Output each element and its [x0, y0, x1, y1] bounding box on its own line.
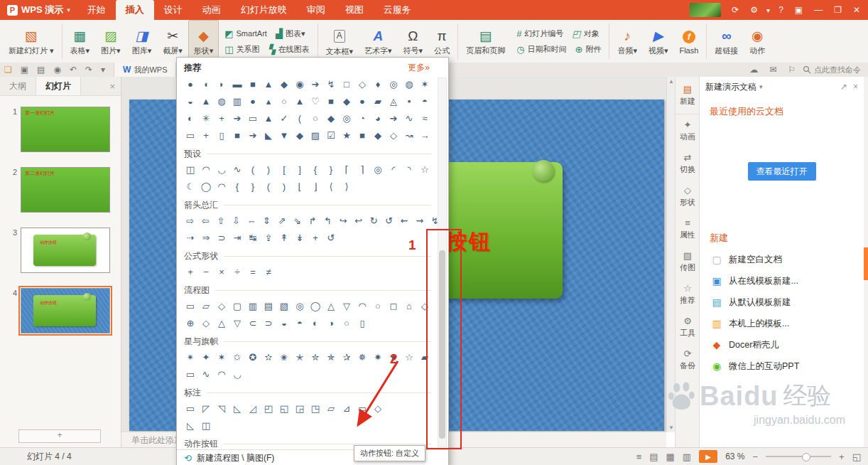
shape-icon[interactable]: ◇: [354, 76, 370, 92]
formula-button[interactable]: π 公式: [428, 20, 455, 63]
shape-icon[interactable]: ✳: [198, 110, 214, 126]
shape-icon[interactable]: ◠: [198, 161, 214, 177]
cloud-icon[interactable]: ☁: [745, 65, 762, 75]
shape-icon[interactable]: ◒: [183, 93, 198, 109]
shape-icon[interactable]: ▪: [401, 93, 417, 109]
shape-icon[interactable]: ➔: [386, 110, 401, 126]
shape-icon[interactable]: ▯: [214, 127, 229, 143]
shape-icon[interactable]: ✫: [261, 349, 276, 365]
tab-view[interactable]: 视图: [335, 0, 374, 20]
shape-icon[interactable]: ↹: [245, 230, 261, 245]
shape-icon[interactable]: △: [323, 298, 339, 314]
slide-thumbnail-4-selected[interactable]: 动作按钮: [21, 288, 110, 333]
table-button[interactable]: ▦ 表格▾: [65, 20, 96, 63]
shape-icon[interactable]: {: [308, 161, 323, 177]
shape-icon[interactable]: ⊃: [261, 315, 276, 331]
shape-icon[interactable]: ✴: [183, 349, 198, 365]
shape-icon[interactable]: (: [261, 178, 276, 194]
shape-icon[interactable]: ■: [354, 127, 370, 143]
sidebar-item-tools[interactable]: ⚙ 工具: [676, 311, 700, 343]
shape-icon[interactable]: ◕: [370, 110, 386, 126]
sidebar-item-recommend[interactable]: ☆ 推荐: [676, 278, 700, 311]
open-icon[interactable]: ❏: [0, 65, 16, 75]
shape-icon[interactable]: ●: [245, 93, 261, 109]
smartart-button[interactable]: ◩ SmartArt: [221, 27, 271, 41]
chevron-down-icon[interactable]: ▾: [97, 65, 109, 75]
shape-icon[interactable]: ■: [323, 93, 339, 109]
shape-icon[interactable]: ▢: [229, 298, 245, 314]
close-icon[interactable]: ×: [853, 82, 858, 92]
shape-icon[interactable]: +: [214, 110, 229, 126]
shape-icon[interactable]: ✶: [417, 76, 433, 92]
shape-icon[interactable]: ÷: [229, 264, 245, 279]
shape-icon[interactable]: [: [276, 161, 292, 177]
sidebar-item-backup[interactable]: ⟳ 备份: [676, 343, 700, 376]
shape-icon[interactable]: ▱: [323, 400, 339, 416]
shape-icon[interactable]: +: [308, 230, 323, 245]
shape-icon[interactable]: (: [245, 161, 261, 177]
shape-icon[interactable]: ◜: [386, 161, 401, 177]
command-search[interactable]: 点此查找命令: [803, 65, 861, 75]
shape-icon[interactable]: ⊂: [245, 315, 261, 331]
shape-icon[interactable]: {: [229, 178, 245, 194]
shape-icon[interactable]: ◫: [198, 417, 214, 433]
shape-icon[interactable]: ☾: [183, 178, 198, 194]
shape-icon[interactable]: ◆: [370, 127, 386, 143]
shape-icon[interactable]: ⇘: [290, 213, 305, 228]
shape-icon[interactable]: ◻: [386, 298, 401, 314]
shape-icon[interactable]: ≠: [261, 264, 276, 279]
shape-icon[interactable]: ▭: [183, 366, 198, 382]
fit-slide-icon[interactable]: ◱: [852, 451, 861, 462]
shape-icon[interactable]: ]: [292, 161, 308, 177]
shape-icon[interactable]: ↟: [276, 230, 292, 245]
shape-icon[interactable]: ▭: [183, 400, 198, 416]
shape-icon[interactable]: ✶: [214, 349, 229, 365]
shape-icon[interactable]: ◱: [276, 400, 292, 416]
shape-icon[interactable]: ○: [370, 298, 386, 314]
slide-thumbnail-2[interactable]: 第二张幻灯片: [21, 167, 110, 213]
shape-icon[interactable]: ▧: [276, 298, 292, 314]
shape-icon[interactable]: ◿: [245, 400, 261, 416]
gallery-button[interactable]: ◨ 图库▾: [126, 20, 158, 63]
shape-icon[interactable]: ▽: [229, 315, 245, 331]
zoom-slider-knob[interactable]: [802, 453, 810, 461]
shape-icon[interactable]: ⌊: [292, 178, 308, 194]
shape-icon[interactable]: ✬: [276, 349, 292, 365]
new-slide-button[interactable]: ▧ 新建幻灯片 ▾: [3, 20, 60, 63]
shape-icon[interactable]: ◇: [386, 127, 401, 143]
shape-icon[interactable]: ⇩: [229, 213, 244, 228]
slide-thumbnail-1[interactable]: 第一张幻灯片: [21, 107, 110, 152]
picture-button[interactable]: ▨ 图片▾: [95, 20, 126, 63]
local-templates-item[interactable]: ▥ 本机上的模板...: [700, 313, 864, 334]
action-button[interactable]: ◉ 动作: [744, 20, 771, 63]
shape-icon[interactable]: ⇒: [198, 230, 214, 245]
restore-button[interactable]: ❐: [829, 5, 847, 15]
shape-icon[interactable]: ↰: [320, 213, 336, 228]
shape-icon[interactable]: ∿: [198, 366, 214, 382]
shape-icon[interactable]: ◔: [354, 110, 370, 126]
shape-icon[interactable]: ◣: [261, 127, 276, 143]
shape-icon[interactable]: ◰: [261, 400, 276, 416]
flag-icon[interactable]: ⚐: [783, 65, 800, 75]
shape-icon[interactable]: ✮: [308, 349, 323, 365]
view-recent-button[interactable]: 查看最近打开: [748, 162, 816, 181]
zoom-in-icon[interactable]: +: [839, 451, 845, 462]
sidebar-item-properties[interactable]: ≡ 属性: [676, 213, 700, 245]
shape-icon[interactable]: ◒: [276, 315, 292, 331]
shape-icon[interactable]: ●: [354, 93, 370, 109]
new-from-default-template-item[interactable]: ▤ 从默认模板新建: [700, 292, 864, 313]
shape-icon[interactable]: ◐: [183, 110, 198, 126]
user-avatar[interactable]: [690, 3, 721, 17]
shape-icon[interactable]: ▥: [245, 298, 261, 314]
shape-icon[interactable]: ■: [229, 127, 245, 143]
shape-icon[interactable]: ⊕: [183, 315, 198, 331]
shape-icon[interactable]: ▯: [354, 315, 370, 331]
shape-icon[interactable]: ◇: [370, 400, 386, 416]
shape-icon[interactable]: =: [245, 264, 261, 279]
save-icon[interactable]: ▣: [16, 65, 33, 75]
shape-icon[interactable]: ◑: [323, 315, 339, 331]
shape-icon[interactable]: ▱: [198, 298, 214, 314]
shape-icon[interactable]: ◇: [198, 315, 214, 331]
help-icon[interactable]: ?: [774, 5, 788, 15]
shape-icon[interactable]: ⟨: [323, 178, 339, 194]
